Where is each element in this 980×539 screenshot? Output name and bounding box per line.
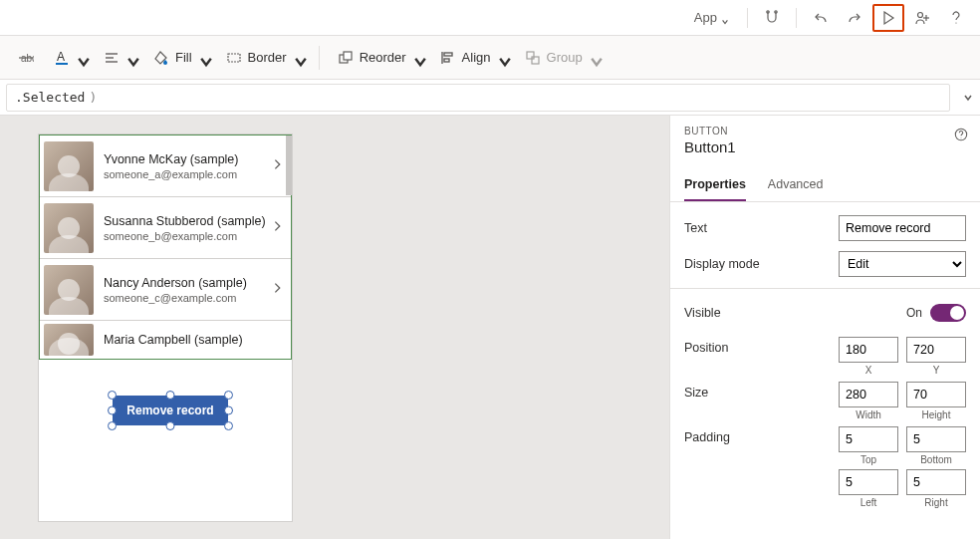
prop-padding-top[interactable] [839,426,898,452]
svg-rect-19 [444,59,449,62]
tab-advanced[interactable]: Advanced [768,169,824,201]
contact-email: someone_b@example.com [104,230,271,242]
svg-marker-2 [884,12,893,24]
remove-record-button[interactable]: Remove record [113,396,228,425]
resize-handle[interactable] [224,406,233,415]
formula-expand-icon[interactable] [956,93,980,103]
resize-handle[interactable] [108,421,117,430]
control-type-label: BUTTON [684,126,966,136]
chevron-right-icon[interactable] [271,219,285,236]
prop-padding-left[interactable] [839,469,898,495]
resize-handle[interactable] [108,391,117,400]
divider [319,46,320,70]
svg-text:A: A [57,50,65,64]
list-item[interactable]: Nancy Anderson (sample)someone_c@example… [40,259,291,321]
avatar [44,203,94,253]
prop-padding-right[interactable] [906,469,966,495]
prop-padding-bottom[interactable] [906,426,966,452]
prop-padding-label: Padding [684,426,839,444]
width-sublabel: Width [856,409,881,420]
button-text: Remove record [126,404,213,417]
contact-name: Susanna Stubberod (sample) [104,214,271,228]
list-item[interactable]: Yvonne McKay (sample)someone_a@example.c… [40,135,291,197]
align-label: Align [462,50,491,65]
prop-visible-state: On [906,306,922,320]
formula-paren: ) [89,90,97,105]
border-label: Border [248,50,287,65]
prop-size-height[interactable] [906,382,966,407]
resize-handle[interactable] [108,406,117,415]
tab-label: Properties [684,177,746,191]
redo-icon[interactable] [839,4,870,32]
reorder-label: Reorder [360,50,406,65]
avatar [44,141,94,191]
font-color-button[interactable]: A [46,42,92,74]
bottom-sublabel: Bottom [920,454,952,465]
svg-point-6 [955,22,956,23]
contact-name: Nancy Anderson (sample) [104,276,271,290]
chevron-right-icon[interactable] [271,281,285,298]
app-menu-label: App [694,10,717,25]
undo-icon[interactable] [805,4,837,32]
reorder-button[interactable]: Reorder [330,42,428,74]
control-name: Button1 [684,138,966,155]
list-item[interactable]: Maria Campbell (sample) [40,321,291,359]
canvas[interactable]: Yvonne McKay (sample)someone_a@example.c… [0,116,669,539]
help-icon[interactable] [940,4,972,32]
properties-panel: BUTTON Button1 Properties Advanced Text … [669,116,980,539]
app-menu[interactable]: App [684,4,739,32]
prop-visible-toggle[interactable] [930,304,966,322]
avatar [44,265,94,315]
prop-visible-label: Visible [684,306,906,320]
top-sublabel: Top [860,454,876,465]
contact-email: someone_c@example.com [104,292,271,304]
prop-position-y[interactable] [906,337,966,363]
resize-handle[interactable] [224,421,233,430]
prop-position-x[interactable] [839,337,898,363]
tab-label: Advanced [768,177,824,191]
contact-email: someone_a@example.com [104,168,271,180]
prop-text-label: Text [684,221,839,235]
formula-text: .Selected [15,90,85,105]
svg-rect-18 [444,53,452,56]
gallery-control[interactable]: Yvonne McKay (sample)someone_a@example.c… [39,135,292,360]
avatar [44,324,94,356]
chevron-right-icon[interactable] [271,157,285,174]
app-checker-icon[interactable] [756,4,788,32]
prop-size-width[interactable] [839,382,898,407]
panel-help-icon[interactable] [954,128,968,144]
contact-name: Yvonne McKay (sample) [104,152,271,166]
fill-button[interactable]: Fill [145,42,214,74]
y-sublabel: Y [933,365,940,376]
group-label: Group [547,50,583,65]
svg-rect-14 [228,54,240,62]
svg-rect-16 [344,52,352,60]
screen-preview: Yvonne McKay (sample)someone_a@example.c… [38,134,293,522]
list-item[interactable]: Susanna Stubberod (sample)someone_b@exam… [40,197,291,259]
prop-displaymode-label: Display mode [684,257,839,271]
resize-handle[interactable] [166,391,175,400]
svg-rect-10 [56,63,68,65]
svg-point-3 [918,12,923,17]
strikethrough-button[interactable]: abc [10,42,42,74]
resize-handle[interactable] [166,421,175,430]
resize-handle[interactable] [224,391,233,400]
prop-size-label: Size [684,382,839,400]
group-button: Group [517,42,605,74]
text-align-button[interactable] [96,42,141,74]
prop-position-label: Position [684,337,839,355]
left-sublabel: Left [860,497,877,508]
prop-displaymode-select[interactable]: Edit [839,251,966,277]
height-sublabel: Height [922,409,951,420]
formula-bar[interactable]: .Selected ) [6,84,950,112]
share-icon[interactable] [906,4,938,32]
play-preview-icon[interactable] [872,4,904,32]
svg-rect-20 [527,52,534,59]
svg-rect-21 [532,57,539,64]
tab-properties[interactable]: Properties [684,169,746,201]
border-button[interactable]: Border [218,42,309,74]
fill-label: Fill [175,50,192,65]
align-button[interactable]: Align [432,42,513,74]
prop-text-input[interactable] [839,215,966,241]
divider [670,288,980,289]
